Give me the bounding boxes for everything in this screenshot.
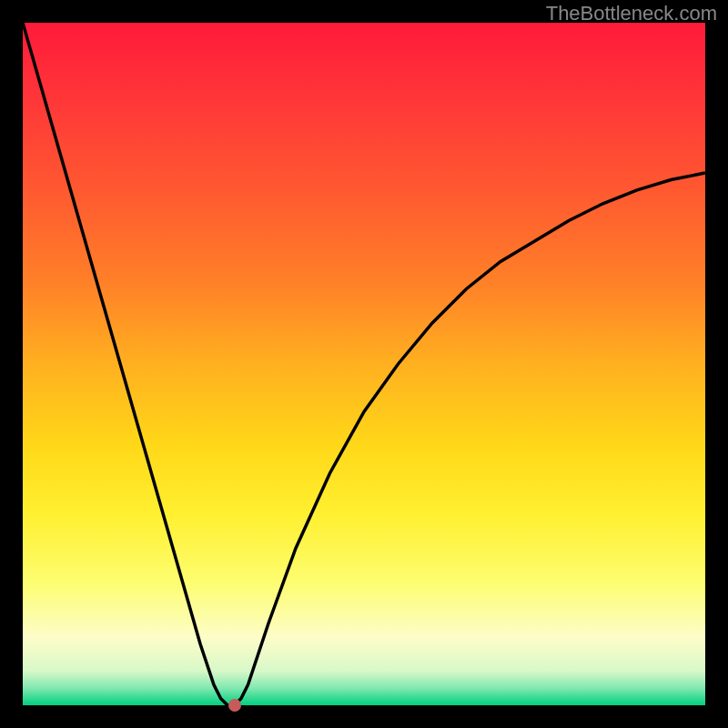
bottleneck-curve [23,23,705,705]
chart-frame [23,23,705,705]
optimal-point-marker [228,699,241,712]
watermark-text: TheBottleneck.com [546,2,717,25]
